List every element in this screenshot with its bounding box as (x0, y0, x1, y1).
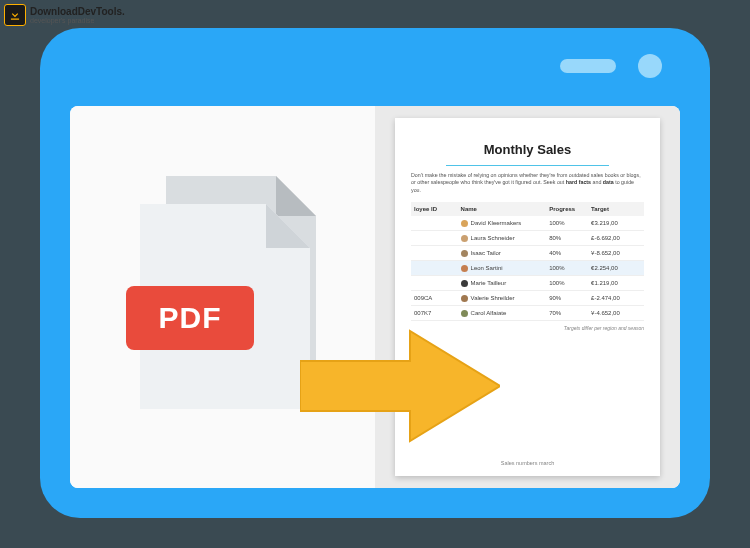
doc-title: Monthly Sales (411, 142, 644, 157)
table-footnote: Targets differ per region and season (411, 325, 644, 331)
monthly-sales-document: Monthly Sales Don't make the mistake of … (395, 118, 660, 476)
table-row: 007K7Carol Alfaiate70%¥-4.652,00 (411, 306, 644, 321)
screen: PDF Monthly Sales Don't make the mistake… (70, 106, 680, 488)
camera-dot (638, 54, 662, 78)
table-row: Marie Tailleur100%€1.219,00 (411, 276, 644, 291)
tablet-frame: PDF Monthly Sales Don't make the mistake… (40, 28, 710, 518)
watermark-title: DownloadDevTools. (30, 7, 125, 17)
table-row: 009CAValerie Shreilder90%£-2.474,00 (411, 291, 644, 306)
report-panel: Monthly Sales Don't make the mistake of … (375, 106, 680, 488)
doc-caption: Sales numbers march (411, 452, 644, 466)
col-progress: Progress (546, 202, 588, 216)
download-dev-tools-watermark: DownloadDevTools. developer's paradise (4, 4, 125, 26)
sales-table: loyee ID Name Progress Target David Klee… (411, 202, 644, 321)
col-name: Name (458, 202, 547, 216)
col-target: Target (588, 202, 644, 216)
col-employee-id: loyee ID (411, 202, 458, 216)
table-row: David Kleermakers100%€3.219,00 (411, 216, 644, 231)
pdf-file-icon: PDF (140, 176, 330, 411)
watermark-subtitle: developer's paradise (30, 17, 125, 24)
pdf-source-panel: PDF (70, 106, 375, 488)
pdf-badge: PDF (126, 286, 254, 350)
title-underline (446, 165, 609, 166)
speaker-slot (560, 59, 616, 73)
table-row: Isaac Tailor40%¥-8.652,00 (411, 246, 644, 261)
download-icon (4, 4, 26, 26)
doc-intro-paragraph: Don't make the mistake of relying on opi… (411, 172, 644, 194)
table-row: Laura Schneider80%£-6.692,00 (411, 231, 644, 246)
table-row: Leon Sartini100%€2.254,00 (411, 261, 644, 276)
